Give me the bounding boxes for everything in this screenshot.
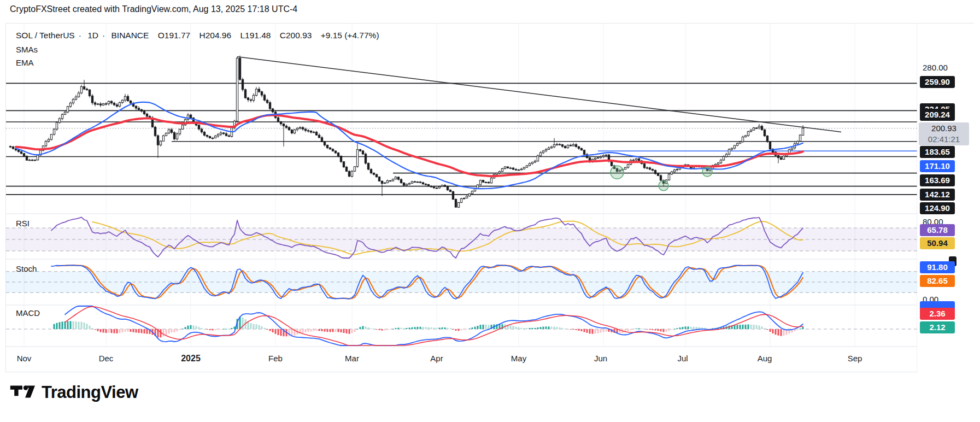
macd-panel-label[interactable]: MACD — [16, 308, 40, 318]
hline-label-209: 209.24 — [920, 109, 955, 121]
current-price-label: 200.93 02:41:21 — [919, 122, 969, 145]
ohlc-high: H204.96 — [199, 31, 232, 40]
bar-countdown: 02:41:21 — [919, 134, 969, 145]
caption-text: CryptoFXStreet created with TradingView.… — [10, 4, 297, 14]
macd-signal-label: 2.36 — [920, 308, 955, 320]
ohlc-low: L191.48 — [240, 31, 271, 40]
time-label-apr: Apr — [430, 354, 443, 363]
price-axis[interactable]: 280.00 259.90 224.05 209.24 200.93 02:41… — [917, 24, 974, 373]
brand-name: TradingView — [42, 383, 138, 402]
tradingview-logo[interactable]: TradingView — [10, 383, 138, 402]
ohlc-close: C200.93 — [280, 31, 312, 40]
ema-legend[interactable]: EMA — [16, 58, 34, 67]
time-label-jul: Jul — [677, 354, 688, 363]
rsi-value-label: 65.78 — [920, 224, 955, 236]
hline-label-183: 183.65 — [920, 146, 955, 158]
hline-label-163: 163.69 — [920, 174, 955, 186]
ohlc-change: +9.15 (+4.77%) — [321, 31, 379, 40]
price-tick-280: 280.00 — [923, 62, 948, 74]
interval-label: 1D — [87, 31, 98, 40]
hline-label-259: 259.90 — [920, 76, 955, 88]
time-axis[interactable]: Nov Dec 2025 Feb Mar Apr May Jun Jul Aug… — [6, 347, 917, 373]
current-price-value: 200.93 — [919, 123, 969, 134]
hline-label-142: 142.12 — [920, 189, 955, 201]
time-label-aug: Aug — [758, 354, 772, 363]
time-label-2025: 2025 — [181, 354, 201, 364]
rsi-panel-label[interactable]: RSI — [16, 219, 30, 228]
stoch-k-label: 91.80 — [920, 261, 955, 273]
symbol-name: SOL / TetherUS — [16, 31, 75, 40]
exchange-label: BINANCE — [112, 31, 149, 40]
tradingview-icon — [10, 384, 36, 401]
smas-legend[interactable]: SMAs — [16, 45, 38, 54]
macd-hist-label: 2.12 — [920, 321, 955, 333]
time-label-nov: Nov — [17, 354, 32, 363]
time-label-sep: Sep — [848, 354, 862, 363]
time-label-may: May — [511, 354, 526, 363]
symbol-legend[interactable]: SOL / TetherUS· 1D· BINANCE O191.77 H204… — [16, 31, 383, 40]
time-label-jun: Jun — [594, 354, 607, 363]
time-label-feb: Feb — [268, 354, 283, 363]
ohlc-open: O191.77 — [158, 31, 190, 40]
stoch-d-label: 82.65 — [920, 275, 955, 287]
chart-container: SOL / TetherUS· 1D· BINANCE O191.77 H204… — [5, 23, 974, 372]
hline-label-124: 124.90 — [920, 202, 955, 214]
time-label-dec: Dec — [99, 354, 114, 363]
tradingview-screenshot: CryptoFXStreet created with TradingView.… — [0, 0, 980, 422]
blue-line-label-171: 171.10 — [920, 160, 955, 172]
chart-canvas[interactable] — [6, 24, 975, 373]
stoch-panel-label[interactable]: Stoch — [16, 264, 37, 273]
rsi-ma-value-label: 50.94 — [920, 237, 955, 249]
time-label-mar: Mar — [345, 354, 359, 363]
